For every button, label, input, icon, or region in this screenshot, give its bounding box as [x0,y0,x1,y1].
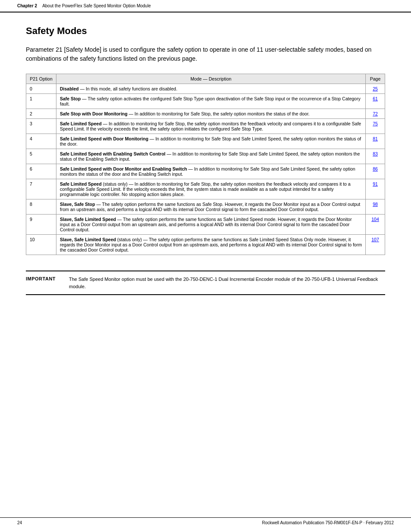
cell-mode: Safe Stop — The safety option activates … [56,94,366,109]
mode-name: Safe Limited Speed [60,121,102,126]
cell-page[interactable]: 104 [366,215,385,235]
table-row: 8Slave, Safe Stop — The safety option pe… [26,199,385,215]
cell-mode: Safe Limited Speed with Door Monitoring … [56,134,366,149]
mode-name: Disabled [60,86,79,91]
cell-mode: Safe Limited Speed with Door Monitor and… [56,164,366,179]
cell-mode: Safe Limited Speed — In addition to moni… [56,119,366,134]
table-row: 7Safe Limited Speed (status only) — In a… [26,179,385,199]
page-footer: 24 Rockwell Automation Publication 750-R… [0,517,411,525]
col-header-page: Page [366,74,385,84]
cell-option: 5 [26,149,56,164]
mode-name: Safe Stop with Door Monitoring [60,111,128,116]
cell-page[interactable]: 107 [366,235,385,255]
cell-option: 1 [26,94,56,109]
important-label: IMPORTANT [26,276,69,281]
mode-name: Safe Limited Speed with Door Monitoring [60,136,148,141]
col-header-option: P21 Option [26,74,56,84]
cell-option: 3 [26,119,56,134]
cell-mode: Slave, Safe Limited Speed — The safety o… [56,215,366,235]
footer-publisher: Rockwell Automation Publication 750-RM00… [262,520,394,525]
chapter-label: Chapter 2 [17,3,37,8]
table-row: 1Safe Stop — The safety option activates… [26,94,385,109]
mode-name: Safe Limited Speed with Door Monitor and… [60,166,187,171]
table-row: 2Safe Stop with Door Monitoring — In add… [26,109,385,119]
mode-name: Slave, Safe Limited Speed [60,217,116,222]
mode-name: Safe Limited Speed [60,181,102,187]
cell-mode: Safe Stop with Door Monitoring — In addi… [56,109,366,119]
cell-mode: Disabled — In this mode, all safety func… [56,84,366,94]
table-row: 10Slave, Safe Limited Speed (status only… [26,235,385,255]
important-box: IMPORTANT The Safe Speed Monitor option … [26,271,385,295]
cell-page[interactable]: 83 [366,149,385,164]
cell-option: 9 [26,215,56,235]
cell-option: 10 [26,235,56,255]
cell-page[interactable]: 25 [366,84,385,94]
safety-modes-table: P21 Option Mode — Description Page 0Disa… [26,74,385,255]
col-header-mode: Mode — Description [56,74,366,84]
cell-option: 6 [26,164,56,179]
cell-option: 0 [26,84,56,94]
table-row: 4Safe Limited Speed with Door Monitoring… [26,134,385,149]
cell-mode: Safe Limited Speed (status only) — In ad… [56,179,366,199]
cell-page[interactable]: 86 [366,164,385,179]
table-row: 3Safe Limited Speed — In addition to mon… [26,119,385,134]
cell-mode: Slave, Safe Limited Speed (status only) … [56,235,366,255]
footer-page-number: 24 [17,520,22,525]
cell-page[interactable]: 81 [366,134,385,149]
cell-page[interactable]: 91 [366,179,385,199]
mode-name: Slave, Safe Limited Speed [60,237,116,242]
page-header: Chapter 2 About the PowerFlex Safe Speed… [0,0,411,12]
intro-paragraph: Parameter 21 [Safety Mode] is used to co… [26,45,379,63]
section-title: Safety Modes [26,25,385,37]
cell-option: 4 [26,134,56,149]
cell-option: 8 [26,199,56,215]
cell-option: 2 [26,109,56,119]
cell-page[interactable]: 75 [366,119,385,134]
cell-page[interactable]: 61 [366,94,385,109]
cell-page[interactable]: 72 [366,109,385,119]
table-row: 5Safe Limited Speed with Enabling Switch… [26,149,385,164]
chapter-subtitle: About the PowerFlex Safe Speed Monitor O… [42,3,151,8]
main-content: Safety Modes Parameter 21 [Safety Mode] … [0,12,411,312]
mode-name: Slave, Safe Stop [60,202,95,207]
table-row: 9Slave, Safe Limited Speed — The safety … [26,215,385,235]
table-row: 0Disabled — In this mode, all safety fun… [26,84,385,94]
mode-name: Safe Stop [60,96,81,101]
cell-mode: Safe Limited Speed with Enabling Switch … [56,149,366,164]
cell-mode: Slave, Safe Stop — The safety option per… [56,199,366,215]
page-container: Chapter 2 About the PowerFlex Safe Speed… [0,0,411,532]
table-row: 6Safe Limited Speed with Door Monitor an… [26,164,385,179]
cell-page[interactable]: 98 [366,199,385,215]
mode-name: Safe Limited Speed with Enabling Switch … [60,151,165,156]
cell-option: 7 [26,179,56,199]
important-text: The Safe Speed Monitor option must be us… [69,276,385,290]
